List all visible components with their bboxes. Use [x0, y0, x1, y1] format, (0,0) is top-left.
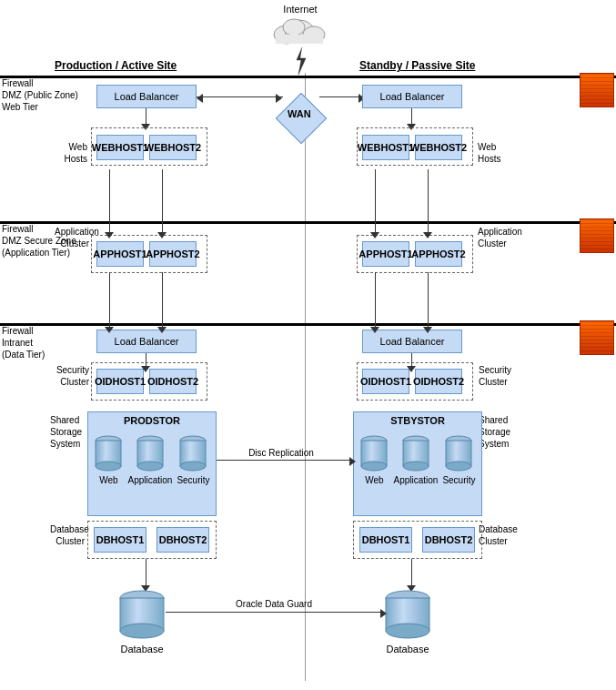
arrow-left-dbc-db — [146, 559, 146, 588]
right-storage-web-label: Web — [359, 475, 389, 485]
site-title-right: Standby / Passive Site — [359, 59, 475, 72]
right-storage-web: Web — [359, 433, 389, 485]
arrowhead-left-lb2-sec — [141, 366, 150, 372]
svg-point-19 — [361, 462, 387, 471]
right-storage-box: STBYSTOR Web — [353, 411, 482, 516]
firewall-line-2 — [0, 221, 616, 224]
left-apphost1: APPHOST1 — [96, 241, 144, 267]
arrowhead-right-lb2-sec — [407, 366, 416, 372]
firewall-line-1 — [0, 76, 616, 78]
left-storage-label: SharedStorageSystem — [50, 414, 82, 450]
arrowhead-left-app1-lb2 — [105, 327, 114, 333]
svg-point-25 — [446, 462, 471, 471]
left-app-cluster-label: ApplicationCluster — [55, 226, 89, 249]
right-storage-cylinders: Web Application — [354, 429, 481, 485]
arrow-left-app1-lb2 — [109, 272, 110, 330]
left-security-cluster-label: SecurityCluster — [55, 364, 89, 388]
arrow-right-dbc-db — [411, 559, 412, 588]
arrow-right-app2-lb2 — [428, 272, 429, 330]
right-security-cluster-label: SecurityCluster — [479, 364, 511, 388]
svg-point-16 — [120, 624, 164, 638]
right-oidhost1: OIDHOST1 — [362, 369, 409, 394]
fw-label-3: Firewall Intranet (Data Tier) — [2, 325, 45, 360]
right-apphost1: APPHOST1 — [362, 241, 409, 267]
left-storage-web-label: Web — [94, 475, 123, 485]
left-webhost2: WEBHOST2 — [149, 135, 197, 160]
svg-point-3 — [283, 19, 305, 36]
firewall-icon-2 — [580, 218, 614, 253]
left-storage-sec-label: Security — [177, 475, 209, 485]
right-database: Database — [384, 589, 431, 654]
firewall-icon-3 — [580, 320, 614, 355]
svg-point-7 — [96, 462, 121, 471]
right-web-hosts-label: WebHosts — [478, 141, 501, 165]
diagram: Internet Production / Active Site Standb… — [0, 0, 616, 690]
left-webhost1: WEBHOST1 — [96, 135, 144, 160]
svg-point-13 — [180, 462, 206, 471]
arrow-left-app2-lb2 — [162, 272, 163, 330]
arrowhead-wan-right-lb-left — [197, 94, 203, 103]
arrow-left-wh2-app — [162, 169, 163, 235]
left-oidhost2: OIDHOST2 — [149, 369, 197, 394]
right-storage-label: SharedStorageSystem — [479, 414, 510, 450]
wan-label: WAN — [288, 108, 311, 119]
arrow-right-app1-lb2 — [375, 272, 376, 330]
arrowhead-left-wh1-app — [105, 232, 114, 238]
left-storage-title: PRODSTOR — [88, 412, 216, 429]
left-storage-app: Application — [127, 433, 172, 485]
left-database: Database — [118, 589, 166, 654]
left-web-hosts-label: WebHosts — [55, 141, 87, 165]
left-oidhost1: OIDHOST1 — [96, 369, 144, 394]
left-storage-box: PRODSTOR Web — [87, 411, 217, 516]
right-app-cluster-label: ApplicationCluster — [478, 226, 522, 249]
left-storage-web: Web — [94, 433, 123, 485]
arrowhead-disc-rep — [349, 457, 356, 466]
firewall-line-3 — [0, 323, 616, 326]
right-dbhost2: DBHOST2 — [422, 527, 475, 553]
right-storage-sec: Security — [442, 433, 475, 485]
arrow-disc-replication — [217, 460, 353, 461]
arrow-right-wh1-app — [375, 169, 376, 235]
right-dbhost1: DBHOST1 — [359, 527, 412, 553]
arrow-left-lb-wan — [197, 96, 283, 97]
lightning-icon — [291, 47, 309, 75]
arrowhead-left-lb-wan — [276, 94, 282, 103]
arrowhead-right-app2-lb2 — [423, 327, 432, 333]
svg-point-22 — [403, 462, 429, 471]
left-storage-app-label: Application — [127, 475, 172, 485]
right-oidhost2: OIDHOST2 — [415, 369, 462, 394]
arrowhead-left-app2-lb2 — [157, 327, 167, 333]
arrow-oracle-guard — [166, 612, 384, 613]
left-storage-cylinders: Web Application — [88, 429, 216, 485]
left-dbhost2: DBHOST2 — [157, 527, 209, 553]
right-storage-app: Application — [393, 433, 438, 485]
svg-point-28 — [386, 624, 429, 638]
right-storage-title: STBYSTOR — [354, 412, 481, 429]
right-storage-sec-label: Security — [442, 475, 475, 485]
left-storage-sec: Security — [177, 433, 209, 485]
right-webhost1: WEBHOST1 — [362, 135, 409, 160]
right-storage-app-label: Application — [393, 475, 438, 485]
arrow-left-wh1-app — [109, 169, 110, 235]
disc-replication-label: Disc Replication — [240, 448, 322, 458]
arrow-wan-right-lb — [319, 96, 362, 97]
firewall-icon-1 — [580, 73, 614, 107]
left-apphost2: APPHOST2 — [149, 241, 197, 267]
cloud-icon — [268, 13, 330, 47]
left-db-cluster-label: DatabaseCluster — [50, 523, 85, 547]
right-webhost2: WEBHOST2 — [415, 135, 462, 160]
right-apphost2: APPHOST2 — [415, 241, 462, 267]
svg-rect-4 — [276, 35, 323, 44]
arrowhead-right-app1-lb2 — [370, 327, 379, 333]
right-database-label: Database — [384, 644, 431, 654]
arrowhead-right-wh1-app — [370, 232, 379, 238]
fw-label-1: Firewall DMZ (Public Zone) Web Tier — [2, 77, 78, 113]
left-dbhost1: DBHOST1 — [94, 527, 146, 553]
arrow-right-wh2-app — [428, 169, 429, 235]
left-load-balancer-top: Load Balancer — [96, 85, 197, 108]
oracle-guard-label: Oracle Data Guard — [233, 599, 315, 609]
right-load-balancer-top: Load Balancer — [362, 85, 462, 108]
left-database-label: Database — [118, 644, 166, 654]
site-title-left: Production / Active Site — [55, 59, 177, 72]
svg-point-10 — [137, 462, 163, 471]
